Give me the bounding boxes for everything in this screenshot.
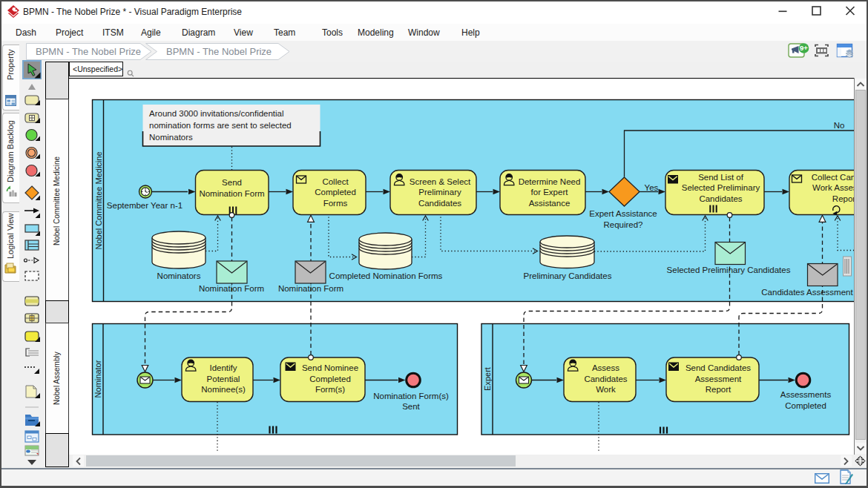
svg-text:September Year n-1: September Year n-1 <box>107 201 183 210</box>
svg-text:for Expert: for Expert <box>531 188 569 197</box>
svg-text:Nomination Form: Nomination Form <box>199 189 264 198</box>
svg-text:Preliminary Candidates: Preliminary Candidates <box>524 271 612 280</box>
svg-text:Form(s): Form(s) <box>315 385 345 394</box>
svg-text:Sent: Sent <box>402 402 420 411</box>
svg-text:Completed: Completed <box>315 188 356 197</box>
svg-text:No: No <box>834 121 845 130</box>
svg-text:Determine Need: Determine Need <box>519 177 581 186</box>
svg-text:Yes: Yes <box>645 183 659 192</box>
svg-text:Assessments: Assessments <box>780 390 832 399</box>
svg-text:Collect Candidates: Collect Candidates <box>812 173 854 182</box>
svg-text:Candidates: Candidates <box>699 194 742 203</box>
svg-text:Required?: Required? <box>603 220 642 229</box>
svg-text:Screen & Select: Screen & Select <box>410 177 471 186</box>
svg-text:Potential: Potential <box>207 375 240 383</box>
svg-text:Nominators: Nominators <box>157 271 201 280</box>
svg-text:Selected Preliminary: Selected Preliminary <box>682 183 760 192</box>
svg-text:nomination forms are sent to s: nomination forms are sent to selected <box>149 121 292 130</box>
svg-text:Report: Report <box>706 385 731 394</box>
svg-text:Assess: Assess <box>592 363 619 372</box>
svg-text:Nomination Form: Nomination Form <box>199 284 264 293</box>
svg-text:Send Nominee: Send Nominee <box>302 363 358 372</box>
svg-text:Send Candidates: Send Candidates <box>685 363 751 372</box>
svg-text:Assistance: Assistance <box>529 199 571 208</box>
svg-text:Completed Nomination Forms: Completed Nomination Forms <box>329 271 443 280</box>
svg-text:Reports: Reports <box>832 194 854 203</box>
svg-text:Work: Work <box>596 385 616 394</box>
svg-text:Candidates: Candidates <box>584 375 627 383</box>
svg-text:Work Assessment: Work Assessment <box>812 183 854 192</box>
svg-text:Send List of: Send List of <box>698 173 744 182</box>
svg-text:Nomination Form(s): Nomination Form(s) <box>373 392 449 400</box>
svg-text:Around 3000 invitations/confid: Around 3000 invitations/confidential <box>149 109 284 118</box>
svg-text:Expert Assistance: Expert Assistance <box>589 209 657 218</box>
svg-text:Forms: Forms <box>323 199 348 208</box>
svg-text:Candidates Assessment: Candidates Assessment <box>761 288 853 297</box>
svg-text:Nominee(s): Nominee(s) <box>201 385 246 394</box>
svg-text:BPMN - The Nobel Prize: BPMN - The Nobel Prize <box>166 46 272 57</box>
svg-text:Expert: Expert <box>483 367 492 391</box>
svg-text:Nominators: Nominators <box>149 133 193 142</box>
svg-text:BPMN - The Nobel Prize: BPMN - The Nobel Prize <box>36 46 141 57</box>
svg-text:Candidates: Candidates <box>418 199 461 208</box>
svg-text:Preliminary: Preliminary <box>418 188 461 197</box>
svg-text:Selected Preliminary Candidate: Selected Preliminary Candidates <box>667 266 791 274</box>
svg-text:Collect: Collect <box>322 177 349 186</box>
svg-text:Nominator: Nominator <box>93 360 102 398</box>
svg-text:Identify: Identify <box>209 363 237 372</box>
svg-text:Send: Send <box>222 178 242 187</box>
svg-text:Assessment: Assessment <box>695 375 742 383</box>
svg-text:Completed: Completed <box>309 375 351 383</box>
svg-text:Nobel Committee Medicine: Nobel Committee Medicine <box>94 151 103 249</box>
svg-text:Completed: Completed <box>785 401 826 410</box>
svg-text:Nomination Form: Nomination Form <box>278 284 343 293</box>
svg-text:9+: 9+ <box>800 44 808 52</box>
